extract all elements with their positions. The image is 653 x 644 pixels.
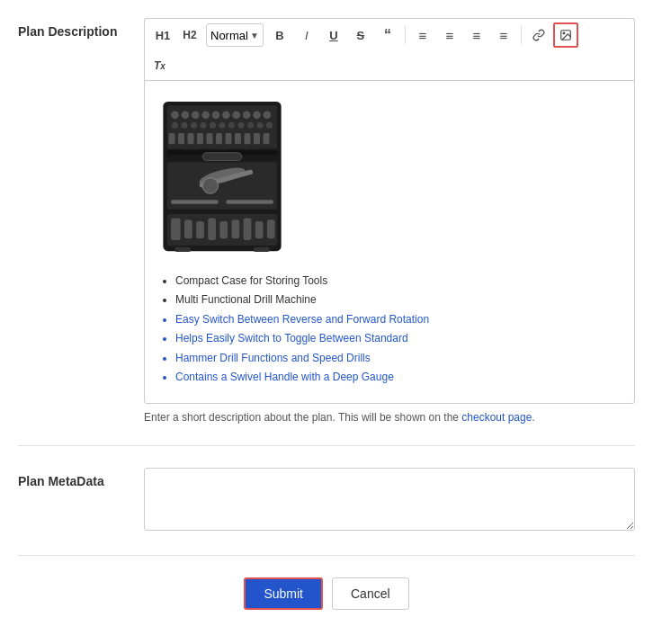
svg-rect-25 bbox=[169, 133, 175, 144]
svg-rect-54 bbox=[175, 247, 192, 252]
svg-rect-48 bbox=[208, 218, 216, 240]
editor-toolbar-row2: Tx bbox=[144, 51, 635, 80]
svg-point-12 bbox=[253, 111, 261, 119]
bullet-item-2: Multi Functional Drill Machine bbox=[175, 291, 620, 309]
svg-point-10 bbox=[232, 111, 240, 119]
underline-button[interactable]: U bbox=[321, 22, 346, 48]
h1-button[interactable]: H1 bbox=[150, 22, 175, 48]
svg-point-7 bbox=[201, 111, 210, 119]
bold-button[interactable]: B bbox=[267, 22, 292, 48]
toolbox-image bbox=[159, 95, 285, 257]
svg-rect-35 bbox=[264, 133, 270, 144]
bullet-item-5: Hammer Drill Functions and Speed Drills bbox=[175, 349, 620, 367]
svg-rect-28 bbox=[197, 133, 203, 144]
text-format-select[interactable]: Normal bbox=[210, 29, 261, 42]
plan-description-row: Plan Description H1 H2 Normal ▼ B I U S … bbox=[18, 18, 635, 446]
svg-point-16 bbox=[191, 122, 197, 129]
svg-point-17 bbox=[201, 122, 207, 129]
svg-point-24 bbox=[266, 122, 273, 129]
svg-rect-31 bbox=[226, 133, 232, 144]
svg-point-5 bbox=[182, 111, 190, 119]
plan-metadata-content bbox=[144, 468, 635, 533]
svg-point-20 bbox=[228, 122, 235, 129]
italic-button[interactable]: I bbox=[294, 22, 319, 48]
image-button[interactable] bbox=[553, 22, 578, 48]
svg-point-21 bbox=[238, 122, 245, 129]
editor-body[interactable]: Compact Case for Storing Tools Multi Fun… bbox=[144, 80, 635, 404]
svg-point-11 bbox=[243, 111, 251, 119]
form-buttons: Submit Cancel bbox=[18, 577, 635, 610]
align-left-button[interactable]: ≡ bbox=[464, 22, 489, 48]
svg-rect-42 bbox=[171, 200, 219, 203]
bullet-item-6: Contains a Swivel Handle with a Deep Gau… bbox=[175, 368, 620, 386]
plan-metadata-row: Plan MetaData bbox=[18, 468, 635, 556]
svg-rect-53 bbox=[267, 219, 275, 238]
toolbar-divider-1 bbox=[405, 26, 406, 44]
svg-rect-34 bbox=[254, 133, 260, 144]
svg-rect-27 bbox=[188, 133, 194, 144]
svg-point-22 bbox=[247, 122, 254, 129]
helper-text-link: checkout page bbox=[461, 411, 532, 424]
svg-point-4 bbox=[171, 111, 179, 119]
svg-point-19 bbox=[219, 122, 226, 129]
svg-point-18 bbox=[210, 122, 216, 129]
svg-rect-30 bbox=[216, 133, 222, 144]
svg-point-14 bbox=[172, 122, 178, 129]
svg-rect-29 bbox=[207, 133, 213, 144]
plan-description-label: Plan Description bbox=[18, 18, 144, 41]
svg-rect-33 bbox=[245, 133, 251, 144]
text-format-select-wrap[interactable]: Normal ▼ bbox=[206, 23, 264, 47]
editor-image-wrap bbox=[159, 95, 620, 257]
h2-button[interactable]: H2 bbox=[177, 22, 202, 48]
svg-rect-55 bbox=[254, 247, 270, 252]
submit-button[interactable]: Submit bbox=[244, 577, 323, 610]
clear-format-button[interactable]: Tx bbox=[150, 53, 169, 78]
plan-description-content: H1 H2 Normal ▼ B I U S “ ≡ ≡ ≡ ≡ bbox=[144, 18, 635, 424]
svg-rect-50 bbox=[232, 219, 240, 238]
description-bullet-list: Compact Case for Storing Tools Multi Fun… bbox=[159, 272, 620, 386]
svg-rect-47 bbox=[196, 221, 204, 238]
cancel-button[interactable]: Cancel bbox=[332, 577, 409, 610]
plan-metadata-label: Plan MetaData bbox=[18, 468, 144, 491]
svg-rect-43 bbox=[226, 200, 273, 203]
svg-rect-32 bbox=[235, 133, 241, 144]
toolbar-divider-2 bbox=[521, 26, 522, 44]
svg-rect-26 bbox=[178, 133, 184, 144]
ordered-list-button[interactable]: ≡ bbox=[410, 22, 435, 48]
svg-point-23 bbox=[257, 122, 264, 129]
svg-point-41 bbox=[202, 178, 219, 194]
strikethrough-button[interactable]: S bbox=[348, 22, 373, 48]
svg-rect-49 bbox=[219, 221, 228, 238]
align-right-button[interactable]: ≡ bbox=[491, 22, 516, 48]
svg-point-8 bbox=[212, 111, 220, 119]
link-button[interactable] bbox=[526, 22, 551, 48]
svg-rect-46 bbox=[184, 219, 192, 238]
helper-text-suffix: . bbox=[532, 411, 534, 424]
unordered-list-button[interactable]: ≡ bbox=[437, 22, 462, 48]
quote-button[interactable]: “ bbox=[375, 22, 400, 48]
svg-point-1 bbox=[563, 32, 565, 34]
helper-text-prefix: Enter a short description about the plan… bbox=[144, 411, 461, 424]
svg-point-9 bbox=[222, 111, 230, 119]
editor-toolbar: H1 H2 Normal ▼ B I U S “ ≡ ≡ ≡ ≡ bbox=[144, 18, 635, 51]
svg-point-15 bbox=[182, 122, 188, 129]
svg-point-13 bbox=[264, 111, 272, 119]
plan-metadata-input[interactable] bbox=[144, 468, 635, 531]
svg-rect-52 bbox=[255, 221, 264, 238]
svg-rect-37 bbox=[202, 153, 242, 161]
helper-text: Enter a short description about the plan… bbox=[144, 411, 635, 424]
bullet-item-3: Easy Switch Between Reverse and Forward … bbox=[175, 310, 620, 328]
svg-point-6 bbox=[192, 111, 200, 119]
bullet-item-1: Compact Case for Storing Tools bbox=[175, 272, 620, 290]
svg-rect-45 bbox=[171, 218, 181, 240]
bullet-item-4: Helps Easily Switch to Toggle Between St… bbox=[175, 329, 620, 347]
svg-rect-51 bbox=[244, 218, 252, 240]
